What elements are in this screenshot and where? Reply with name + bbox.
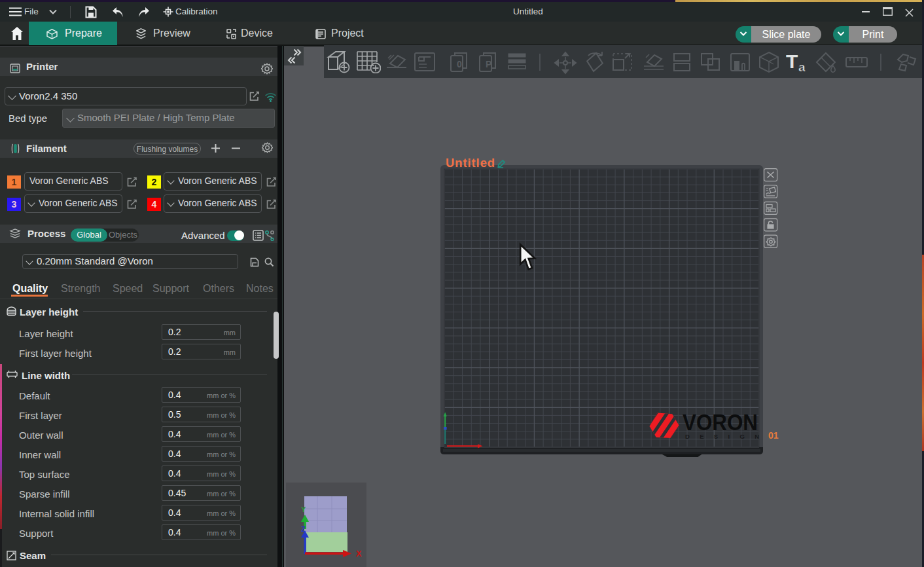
svg-text:T: T [786, 51, 798, 72]
svg-text:VORON: VORON [683, 409, 758, 435]
svg-text:0: 0 [457, 59, 462, 69]
svg-text:X: X [356, 549, 362, 558]
svg-text:Y: Y [301, 505, 306, 513]
svg-text:a: a [798, 60, 806, 73]
svg-text:P: P [486, 59, 491, 69]
